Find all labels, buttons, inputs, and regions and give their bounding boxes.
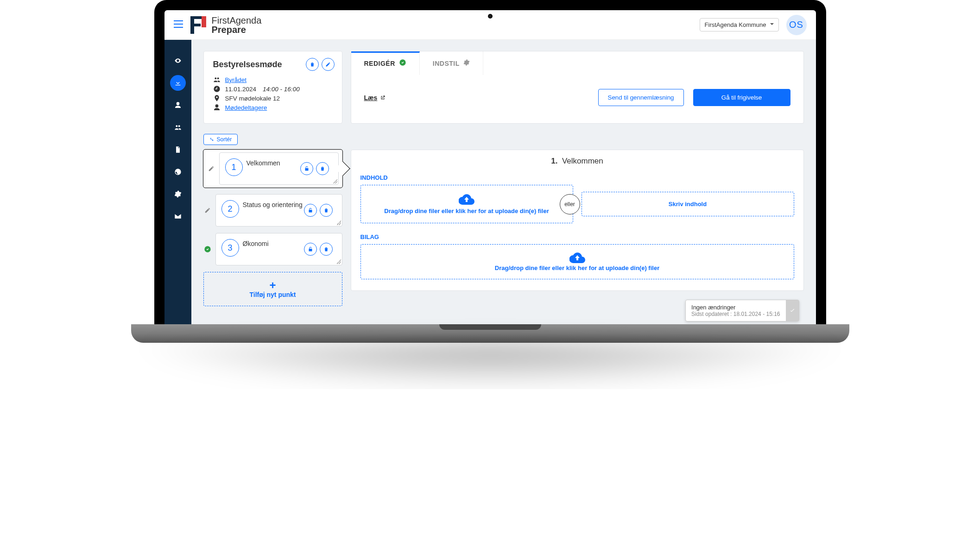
save-status-toast: Ingen ændringer Sidst opdateret : 18.01.… <box>685 300 799 321</box>
pencil-icon <box>325 62 331 67</box>
done-status <box>203 246 212 253</box>
eye-icon <box>174 57 182 64</box>
sidebar-file[interactable] <box>170 142 186 157</box>
sort-button[interactable]: Sortér <box>203 134 238 145</box>
trash-icon <box>323 246 329 252</box>
delete-item-button[interactable] <box>320 243 333 256</box>
file-icon <box>174 146 182 153</box>
delete-meeting-button[interactable] <box>306 58 319 71</box>
check-icon <box>789 308 796 314</box>
detail-heading-num: 1. <box>551 157 557 165</box>
release-button[interactable]: Gå til frigivelse <box>693 89 790 106</box>
toast-check <box>786 300 799 321</box>
trash-icon <box>310 62 315 67</box>
main-content: Bestyrelsesmøde Byrådet 11.01.2024 14:00… <box>191 40 816 325</box>
mail-icon <box>174 213 182 220</box>
attachments-upload-zone[interactable]: Drag/drop dine filer eller klik her for … <box>360 244 794 279</box>
sidebar-globe[interactable] <box>170 164 186 180</box>
agenda-item[interactable]: 2 Status og orientering <box>215 194 342 227</box>
unlock-icon <box>308 208 313 213</box>
divider-label: eller <box>564 201 575 208</box>
brand-logo-icon <box>190 16 206 34</box>
resize-handle[interactable] <box>333 179 337 183</box>
agenda-item-selected-wrap: 1 Velkommen <box>203 150 342 188</box>
drag-handle[interactable] <box>207 165 215 172</box>
write-label: Skriv indhold <box>669 201 707 208</box>
add-agenda-item[interactable]: + Tilføj nyt punkt <box>203 272 342 306</box>
send-review-label: Send til gennemlæsning <box>608 94 674 101</box>
detail-heading: 1. Velkommen <box>360 157 794 166</box>
meeting-date: 11.01.2024 <box>225 86 257 93</box>
agenda-item[interactable]: 3 Økonomi <box>215 233 342 265</box>
svg-rect-0 <box>174 20 183 21</box>
user-avatar[interactable]: OS <box>786 15 807 35</box>
toast-title: Ingen ændringer <box>691 304 780 311</box>
write-content-zone[interactable]: Skriv indhold <box>582 192 794 216</box>
plus-icon: + <box>211 280 335 291</box>
clock-icon <box>213 85 221 93</box>
zone-divider: eller <box>560 194 580 214</box>
sidebar <box>164 40 191 325</box>
sidebar-download[interactable] <box>170 75 186 91</box>
sidebar-group[interactable] <box>170 120 186 135</box>
sort-icon <box>209 137 214 142</box>
participants-link[interactable]: Mødedeltagere <box>225 104 267 111</box>
unlock-icon <box>304 166 310 171</box>
cloud-upload-icon <box>569 252 585 263</box>
resize-handle[interactable] <box>336 259 341 264</box>
content-upload-zone[interactable]: Drag/drop dine filer eller klik her for … <box>360 185 573 223</box>
avatar-initials: OS <box>789 19 803 30</box>
meeting-time: 14:00 - 16:00 <box>263 86 300 93</box>
tab-settings[interactable]: INDSTIL <box>420 51 483 75</box>
gear-icon <box>174 190 182 198</box>
brand-line1: FirstAgenda <box>212 16 262 25</box>
committee-link[interactable]: Byrådet <box>225 76 247 83</box>
detail-card: 1. Velkommen INDHOLD Drag/drop dine file… <box>351 150 804 291</box>
unlock-item-button[interactable] <box>304 243 317 256</box>
sidebar-user[interactable] <box>170 97 186 113</box>
unlock-item-button[interactable] <box>300 162 313 175</box>
resize-handle[interactable] <box>336 220 341 225</box>
external-icon <box>380 95 386 101</box>
svg-rect-2 <box>174 27 183 28</box>
pencil-icon <box>204 207 211 214</box>
edit-meeting-button[interactable] <box>322 58 335 71</box>
sidebar-settings[interactable] <box>170 186 186 202</box>
agenda-list: 1 Velkommen <box>203 150 342 306</box>
tab-settings-label: INDSTIL <box>433 60 460 67</box>
gear-icon <box>463 59 470 67</box>
pencil-icon <box>208 165 215 172</box>
delete-item-button[interactable] <box>316 162 329 175</box>
participants-icon <box>213 104 221 111</box>
menu-toggle-icon[interactable] <box>174 20 183 29</box>
agenda-number: 2 <box>221 200 239 218</box>
tab-edit[interactable]: REDIGÉR <box>351 51 420 75</box>
agenda-item[interactable]: 1 Velkommen <box>219 152 339 185</box>
svg-rect-1 <box>174 24 183 25</box>
release-label: Gå til frigivelse <box>721 94 762 101</box>
drag-handle[interactable] <box>203 207 212 214</box>
check-icon <box>399 59 406 68</box>
group-icon <box>174 124 182 131</box>
cloud-upload-icon <box>459 194 474 205</box>
read-link-label: Læs <box>364 94 378 101</box>
sidebar-view[interactable] <box>170 53 186 69</box>
unlock-item-button[interactable] <box>304 204 317 217</box>
meeting-card: Bestyrelsesmøde Byrådet 11.01.2024 14:00… <box>203 51 342 124</box>
agenda-item-wrap: 2 Status og orientering <box>203 194 342 227</box>
toast-subtitle: Sidst opdateret : 18.01.2024 - 15:16 <box>691 311 780 317</box>
send-review-button[interactable]: Send til gennemlæsning <box>598 89 684 106</box>
tabs-card: REDIGÉR INDSTIL <box>351 51 804 124</box>
user-icon <box>174 101 182 109</box>
delete-item-button[interactable] <box>320 204 333 217</box>
globe-icon <box>174 168 182 176</box>
location-icon <box>213 94 221 102</box>
organization-select[interactable]: FirstAgenda Kommune <box>700 18 779 31</box>
read-link[interactable]: Læs <box>364 94 386 101</box>
sidebar-mail[interactable] <box>170 208 186 224</box>
add-agenda-label: Tilføj nyt punkt <box>211 291 335 298</box>
check-icon <box>204 246 211 253</box>
agenda-item-wrap: 3 Økonomi <box>203 233 342 265</box>
upload-text: Drag/drop dine filer eller klik her for … <box>384 208 549 214</box>
content-section-label: INDHOLD <box>360 174 794 181</box>
